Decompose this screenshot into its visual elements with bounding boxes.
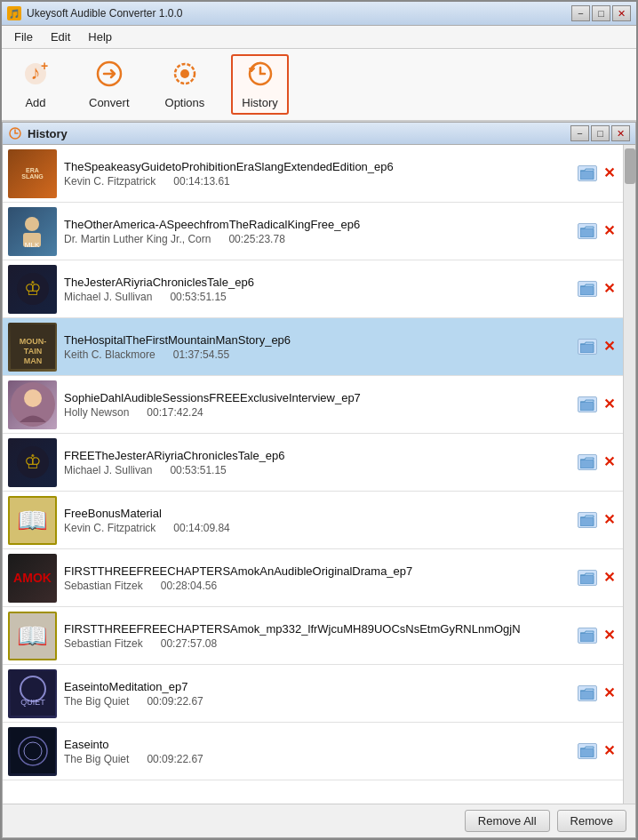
history-row[interactable]: Easeinto The Big Quiet 00:09:22.67 ✕ xyxy=(3,723,623,780)
scrollbar-track[interactable] xyxy=(623,145,635,804)
convert-label: Convert xyxy=(89,96,130,109)
history-row[interactable]: 📖 FIRSTTHREEFREECHAPTERSAmok_mp332_lfrWj… xyxy=(3,607,623,665)
minimize-button[interactable]: − xyxy=(571,5,590,21)
remove-item-button-2[interactable]: ✕ xyxy=(601,224,618,238)
history-minimize-button[interactable]: − xyxy=(570,125,589,141)
open-folder-button-10[interactable] xyxy=(578,685,597,701)
history-list: ERASLANG TheSpeakeasyGuidetoProhibitionE… xyxy=(3,145,623,804)
history-item-author-3: Michael J. Sullivan xyxy=(64,291,152,303)
history-item-author-2: Dr. Martin Luther King Jr., Corn xyxy=(64,233,211,245)
open-folder-button-8[interactable] xyxy=(578,570,597,586)
history-item-author-10: The Big Quiet xyxy=(64,695,129,708)
open-folder-button-1[interactable] xyxy=(578,165,597,181)
remove-item-button-11[interactable]: ✕ xyxy=(601,744,618,758)
history-item-author-1: Kevin C. Fitzpatrick xyxy=(64,175,156,188)
remove-item-button-1[interactable]: ✕ xyxy=(601,166,618,180)
history-title-bar: History − □ ✕ xyxy=(3,123,635,145)
history-icon xyxy=(246,60,275,94)
remove-item-button-3[interactable]: ✕ xyxy=(601,282,618,296)
history-footer: Remove All Remove xyxy=(3,804,635,837)
svg-point-9 xyxy=(25,217,39,231)
open-folder-button-6[interactable] xyxy=(578,454,597,470)
remove-item-button-5[interactable]: ✕ xyxy=(601,397,618,412)
history-row[interactable]: SophieDahlAudibleSessionsFREEExclusiveIn… xyxy=(3,376,623,434)
svg-rect-12 xyxy=(580,228,594,237)
history-row[interactable]: MOUN-TAINMAN TheHospitalTheFirstMountain… xyxy=(3,318,623,376)
svg-rect-30 xyxy=(11,671,55,716)
remove-item-button-7[interactable]: ✕ xyxy=(601,513,618,527)
history-info-7: FreeBonusMaterial Kevin C. Fitzpatrick 0… xyxy=(64,507,570,534)
history-row[interactable]: AMOK FIRSTTHREEFREECHAPTERSAmokAnAudible… xyxy=(3,549,623,607)
svg-text:MLK: MLK xyxy=(25,241,40,249)
svg-rect-28 xyxy=(580,575,594,584)
convert-button[interactable]: Convert xyxy=(80,56,139,113)
title-bar-controls: − □ ✕ xyxy=(571,5,631,21)
history-item-title-10: EaseintoMeditation_ep7 xyxy=(64,680,570,693)
convert-icon xyxy=(95,60,124,94)
remove-all-button[interactable]: Remove All xyxy=(465,810,550,832)
history-item-author-11: The Big Quiet xyxy=(64,753,129,765)
history-item-meta-7: Kevin C. Fitzpatrick 00:14:09.84 xyxy=(64,522,570,534)
open-folder-button-3[interactable] xyxy=(578,281,597,297)
history-window-controls: − □ ✕ xyxy=(570,125,630,141)
history-close-button[interactable]: ✕ xyxy=(611,125,630,141)
history-info-11: Easeinto The Big Quiet 00:09:22.67 xyxy=(64,738,570,765)
remove-button[interactable]: Remove xyxy=(557,810,626,832)
thumbnail-2: MLK xyxy=(8,207,57,256)
history-item-title-7: FreeBonusMaterial xyxy=(64,507,570,520)
menu-file[interactable]: File xyxy=(5,28,42,46)
svg-rect-20 xyxy=(580,344,594,353)
maximize-button[interactable]: □ xyxy=(592,5,610,21)
open-folder-button-5[interactable] xyxy=(578,396,597,412)
history-item-duration-10: 00:09:22.67 xyxy=(147,695,203,708)
history-item-meta-4: Keith C. Blackmore 01:37:54.55 xyxy=(64,348,570,361)
open-folder-button-9[interactable] xyxy=(578,628,597,644)
thumbnail-3: ♔ xyxy=(8,265,57,314)
app-window: 🎵 Ukeysoft Audible Converter 1.0.0 − □ ✕… xyxy=(0,0,638,840)
menu-help[interactable]: Help xyxy=(79,28,121,46)
history-row[interactable]: 📖 FreeBonusMaterial Kevin C. Fitzpatrick… xyxy=(3,492,623,549)
remove-item-button-9[interactable]: ✕ xyxy=(601,628,618,643)
scrollbar-thumb[interactable] xyxy=(625,148,635,184)
history-actions-1: ✕ xyxy=(578,165,618,181)
svg-text:♔: ♔ xyxy=(24,277,42,300)
svg-rect-27 xyxy=(580,517,594,526)
history-actions-9: ✕ xyxy=(578,628,618,644)
history-row[interactable]: ERASLANG TheSpeakeasyGuidetoProhibitionE… xyxy=(3,145,623,203)
history-info-6: FREETheJesterARiyriaChroniclesTale_ep6 M… xyxy=(64,449,570,476)
history-window-icon xyxy=(8,126,22,140)
history-row[interactable]: ♔ TheJesterARiyriaChroniclesTale_ep6 Mic… xyxy=(3,260,623,318)
history-item-duration-2: 00:25:23.78 xyxy=(228,233,284,245)
menu-edit[interactable]: Edit xyxy=(42,28,79,46)
history-row[interactable]: ♔ FREETheJesterARiyriaChroniclesTale_ep6… xyxy=(3,434,623,492)
history-maximize-button[interactable]: □ xyxy=(591,125,610,141)
history-item-duration-3: 00:53:51.15 xyxy=(170,291,226,303)
open-folder-button-7[interactable] xyxy=(578,512,597,528)
history-item-meta-10: The Big Quiet 00:09:22.67 xyxy=(64,695,570,708)
svg-text:+: + xyxy=(41,60,48,73)
history-button[interactable]: History xyxy=(231,54,288,115)
history-info-4: TheHospitalTheFirstMountainManStory_ep6 … xyxy=(64,333,570,361)
history-actions-2: ✕ xyxy=(578,223,618,239)
remove-item-button-8[interactable]: ✕ xyxy=(601,571,618,585)
add-button[interactable]: ♪ + Add xyxy=(9,56,62,113)
svg-rect-8 xyxy=(580,171,594,180)
history-item-title-9: FIRSTTHREEFREECHAPTERSAmok_mp332_lfrWjcu… xyxy=(64,622,570,636)
open-folder-button-4[interactable] xyxy=(578,339,597,355)
svg-rect-26 xyxy=(580,460,594,468)
history-info-5: SophieDahlAudibleSessionsFREEExclusiveIn… xyxy=(64,391,570,419)
history-actions-10: ✕ xyxy=(578,685,618,701)
options-button[interactable]: Options xyxy=(156,56,214,113)
remove-item-button-4[interactable]: ✕ xyxy=(601,340,618,354)
history-row[interactable]: QUIET EaseintoMeditation_ep7 The Big Qui… xyxy=(3,665,623,723)
history-item-duration-4: 01:37:54.55 xyxy=(173,348,229,361)
open-folder-button-2[interactable] xyxy=(578,223,597,239)
close-button[interactable]: ✕ xyxy=(612,5,631,21)
history-row[interactable]: MLK TheOtherAmerica-ASpeechfromTheRadica… xyxy=(3,203,623,260)
remove-item-button-6[interactable]: ✕ xyxy=(601,455,618,469)
remove-item-button-10[interactable]: ✕ xyxy=(601,686,618,700)
add-icon: ♪ + xyxy=(21,60,50,94)
open-folder-button-11[interactable] xyxy=(578,743,597,759)
history-item-meta-1: Kevin C. Fitzpatrick 00:14:13.61 xyxy=(64,175,570,188)
history-item-meta-5: Holly Newson 00:17:42.24 xyxy=(64,406,570,419)
